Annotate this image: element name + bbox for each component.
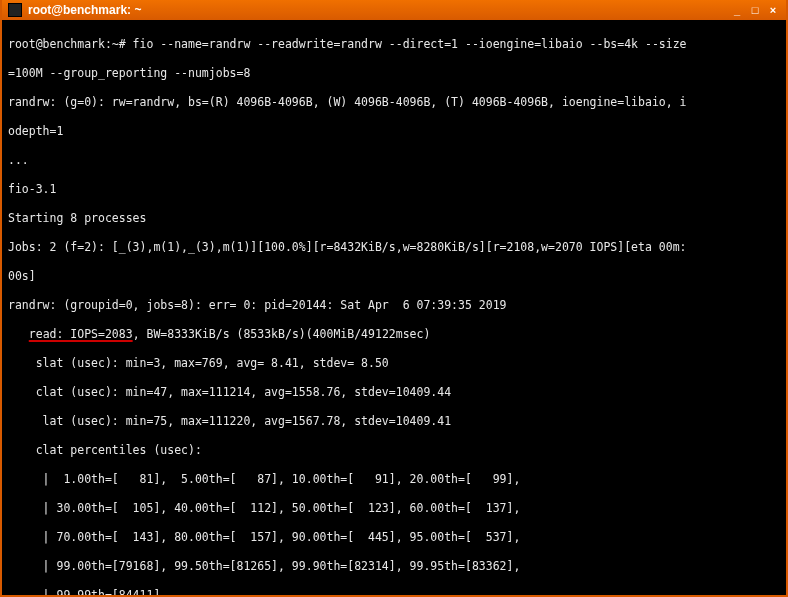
terminal-line: slat (usec): min=3, max=769, avg= 8.41, …: [8, 356, 780, 371]
maximize-button[interactable]: □: [748, 3, 762, 17]
read-iops-highlight: read: IOPS=2083: [29, 327, 133, 341]
terminal-line: ...: [8, 153, 780, 168]
terminal-line: 00s]: [8, 269, 780, 284]
terminal-line: =100M --group_reporting --numjobs=8: [8, 66, 780, 81]
terminal-line: root@benchmark:~# fio --name=randrw --re…: [8, 37, 780, 52]
terminal-line: | 99.99th=[84411]: [8, 588, 780, 598]
minimize-button[interactable]: _: [730, 3, 744, 17]
terminal-line: randrw: (g=0): rw=randrw, bs=(R) 4096B-4…: [8, 95, 780, 110]
terminal-line: odepth=1: [8, 124, 780, 139]
terminal-line: read: IOPS=2083, BW=8333KiB/s (8533kB/s)…: [8, 327, 780, 342]
terminal-line: fio-3.1: [8, 182, 780, 197]
terminal-icon: [8, 3, 22, 17]
terminal-line: lat (usec): min=75, max=111220, avg=1567…: [8, 414, 780, 429]
terminal-line: | 30.00th=[ 105], 40.00th=[ 112], 50.00t…: [8, 501, 780, 516]
terminal-line: | 99.00th=[79168], 99.50th=[81265], 99.9…: [8, 559, 780, 574]
terminal-line: clat (usec): min=47, max=111214, avg=155…: [8, 385, 780, 400]
terminal-line: clat percentiles (usec):: [8, 443, 780, 458]
terminal-line: randrw: (groupid=0, jobs=8): err= 0: pid…: [8, 298, 780, 313]
terminal-output[interactable]: root@benchmark:~# fio --name=randrw --re…: [2, 20, 786, 597]
window-titlebar: root@benchmark: ~ _ □ ×: [2, 0, 786, 20]
window-title: root@benchmark: ~: [28, 3, 141, 17]
terminal-line: Starting 8 processes: [8, 211, 780, 226]
terminal-line: | 1.00th=[ 81], 5.00th=[ 87], 10.00th=[ …: [8, 472, 780, 487]
terminal-line: Jobs: 2 (f=2): [_(3),m(1),_(3),m(1)][100…: [8, 240, 780, 255]
terminal-line: | 70.00th=[ 143], 80.00th=[ 157], 90.00t…: [8, 530, 780, 545]
close-button[interactable]: ×: [766, 3, 780, 17]
